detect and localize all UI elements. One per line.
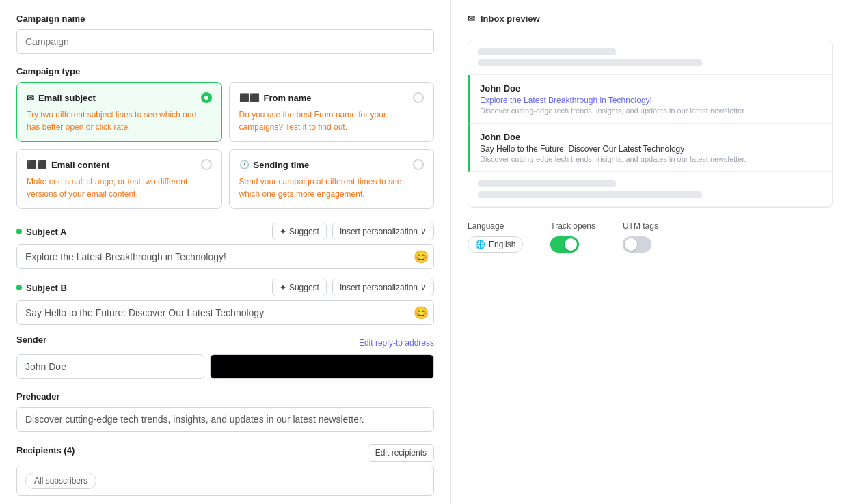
placeholder-line-4 (478, 191, 702, 198)
email-content-desc: Make one small change, or test two diffe… (27, 176, 212, 200)
preview-placeholder-top (468, 40, 832, 75)
utm-tags-toggle[interactable] (623, 236, 651, 253)
type-card-email-subject[interactable]: ✉ Email subject Try two different subjec… (16, 82, 222, 142)
personalization-a-button[interactable]: Insert personalization ∨ (332, 223, 434, 240)
email-content-radio (201, 159, 212, 170)
email-subject-radio (201, 92, 212, 103)
subject-a-dot (16, 229, 22, 234)
from-name-desc: Do you use the best From name for your c… (239, 109, 424, 133)
campaign-name-label: Campaign name (16, 14, 434, 24)
subject-b-dot (16, 285, 22, 290)
language-label: Language (468, 221, 523, 231)
sparkle-b-icon: ✦ (280, 283, 286, 292)
type-card-from-name[interactable]: ⬛⬛ From name Do you use the best From na… (229, 82, 435, 142)
from-name-radio (413, 92, 424, 103)
sending-time-title: 🕐 Sending time (239, 160, 310, 170)
subject-b-input[interactable] (16, 300, 434, 325)
globe-icon: 🌐 (475, 240, 485, 249)
placeholder-line-2 (478, 59, 702, 66)
all-subscribers-badge: All subscribers (25, 473, 96, 489)
preview-preheader-1: Discover cutting-edge tech trends, insig… (480, 107, 822, 115)
recipients-tags-container: All subscribers (16, 466, 434, 496)
subject-a-section: Subject A ✦ Suggest Insert personalizati… (16, 223, 434, 269)
utm-tags-group: UTM tags (623, 221, 658, 253)
preview-email-row-2: John Doe Say Hello to the Future: Discov… (468, 124, 832, 172)
from-name-title: ⬛⬛ From name (239, 93, 312, 103)
sending-time-desc: Send your campaign at different times to… (239, 176, 424, 200)
placeholder-line-3 (478, 180, 616, 187)
subject-a-input-wrap: 😊 (16, 244, 434, 269)
preheader-input[interactable] (16, 407, 434, 432)
personalization-b-button[interactable]: Insert personalization ∨ (332, 279, 434, 296)
track-opens-label: Track opens (550, 221, 595, 231)
subject-a-input[interactable] (16, 244, 434, 269)
emoji-a-button[interactable]: 😊 (414, 249, 429, 264)
emoji-b-button[interactable]: 😊 (414, 305, 429, 320)
subject-a-label: Subject A (16, 227, 66, 237)
language-group: Language 🌐 English (468, 221, 523, 253)
campaign-name-section: Campaign name (16, 14, 434, 54)
preview-placeholder-bottom (468, 172, 832, 207)
clock-icon: 🕐 (239, 160, 250, 169)
sparkle-icon: ✦ (280, 227, 286, 236)
track-opens-knob (565, 238, 577, 251)
sender-section: Sender Edit reply-to address (16, 335, 434, 379)
preview-preheader-2: Discover cutting-edge tech trends, insig… (480, 155, 822, 163)
preview-sender-2: John Doe (480, 132, 822, 142)
grid-icon: ⬛⬛ (27, 160, 47, 169)
type-card-sending-time[interactable]: 🕐 Sending time Send your campaign at dif… (229, 149, 435, 209)
subject-a-actions: ✦ Suggest Insert personalization ∨ (272, 223, 434, 240)
bottom-settings: Language 🌐 English Track opens UTM tags (468, 221, 833, 253)
preview-sender-1: John Doe (480, 83, 822, 94)
edit-reply-link[interactable]: Edit reply-to address (359, 338, 434, 348)
suggest-b-button[interactable]: ✦ Suggest (272, 279, 327, 296)
type-card-email-content[interactable]: ⬛⬛ Email content Make one small change, … (16, 149, 222, 209)
preheader-section: Preheader (16, 391, 434, 432)
preview-email-row-1: John Doe Explore the Latest Breakthrough… (468, 75, 832, 124)
track-opens-toggle[interactable] (550, 236, 579, 253)
campaign-type-grid: ✉ Email subject Try two different subjec… (16, 82, 434, 209)
mail-preview-icon: ✉ (468, 14, 475, 24)
inbox-preview-title: ✉ Inbox preview (468, 14, 833, 31)
email-subject-desc: Try two different subject lines to see w… (27, 109, 212, 133)
sending-time-radio (413, 159, 424, 170)
left-panel: Campaign name Campaign type ✉ Email subj… (0, 0, 451, 504)
recipients-section: Recipients (4) Edit recipients All subsc… (16, 444, 434, 496)
email-content-title: ⬛⬛ Email content (27, 160, 109, 170)
language-button[interactable]: 🌐 English (468, 236, 523, 253)
campaign-type-section: Campaign type ✉ Email subject Try two di… (16, 66, 434, 209)
edit-recipients-button[interactable]: Edit recipients (368, 444, 434, 462)
suggest-a-button[interactable]: ✦ Suggest (272, 223, 327, 240)
campaign-type-label: Campaign type (16, 66, 434, 76)
language-value: English (489, 240, 515, 249)
recipients-label: Recipients (4) (16, 445, 75, 456)
utm-tags-knob (625, 238, 637, 251)
chevron-b-icon: ∨ (420, 283, 427, 292)
preview-subject-1: Explore the Latest Breakthrough in Techn… (480, 96, 822, 105)
sender-name-input[interactable] (16, 354, 204, 379)
mail-icon: ✉ (27, 93, 34, 103)
inbox-preview-container: John Doe Explore the Latest Breakthrough… (468, 40, 833, 208)
email-subject-title: ✉ Email subject (27, 93, 96, 103)
chevron-a-icon: ∨ (420, 227, 427, 236)
preheader-label: Preheader (16, 391, 434, 402)
placeholder-line-1 (478, 48, 616, 55)
utm-tags-label: UTM tags (623, 221, 658, 231)
subject-b-label: Subject B (16, 283, 67, 293)
right-panel: ✉ Inbox preview John Doe Explore the Lat… (451, 0, 849, 504)
subject-b-actions: ✦ Suggest Insert personalization ∨ (272, 279, 434, 296)
subject-b-section: Subject B ✦ Suggest Insert personalizati… (16, 279, 434, 325)
campaign-name-input[interactable] (16, 29, 434, 54)
track-opens-group: Track opens (550, 221, 595, 253)
sender-label: Sender (16, 335, 46, 345)
sender-email-input[interactable] (210, 354, 434, 379)
subject-b-input-wrap: 😊 (16, 300, 434, 325)
people-icon: ⬛⬛ (239, 93, 260, 102)
preview-subject-2: Say Hello to the Future: Discover Our La… (480, 144, 822, 154)
